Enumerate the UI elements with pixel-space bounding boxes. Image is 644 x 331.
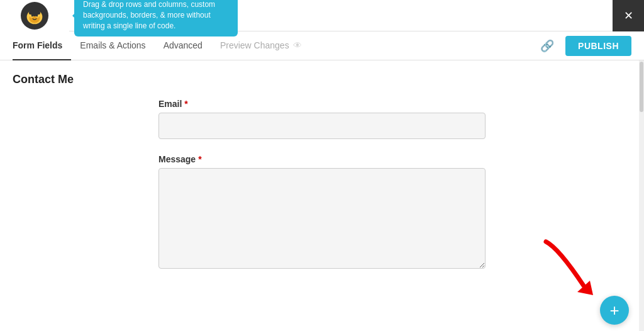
tooltip-bubble: Drag & drop rows and columns, custom bac…: [74, 0, 238, 36]
svg-point-7: [29, 11, 32, 14]
link-icon: 🔗: [540, 40, 554, 52]
plus-icon: +: [609, 301, 619, 320]
form-area: Email * Message *: [158, 99, 486, 271]
svg-point-8: [37, 11, 40, 14]
message-label: Message *: [158, 154, 486, 164]
main-content: Contact Me Email * Message * +: [0, 60, 644, 331]
email-required-marker: *: [184, 99, 187, 109]
link-icon-button[interactable]: 🔗: [534, 35, 560, 57]
email-label: Email *: [158, 99, 486, 109]
eye-icon: 👁: [293, 40, 302, 50]
scrollbar-track[interactable]: [639, 60, 644, 331]
add-button[interactable]: +: [600, 296, 629, 325]
page-title: Contact Me: [13, 73, 631, 86]
logo: [21, 2, 48, 30]
svg-point-6: [30, 5, 39, 16]
message-field-group: Message *: [158, 154, 486, 271]
email-field-group: Email *: [158, 99, 486, 139]
tab-advanced-label: Advanced: [164, 40, 203, 50]
add-button-area: +: [600, 296, 629, 325]
message-textarea[interactable]: [158, 168, 486, 269]
tab-form-fields-label: Form Fields: [13, 40, 62, 50]
logo-area: [0, 0, 69, 31]
scrollbar-thumb: [640, 62, 643, 112]
close-button[interactable]: ✕: [613, 0, 644, 31]
publish-button[interactable]: PUBLISH: [565, 36, 631, 56]
message-required-marker: *: [198, 154, 201, 164]
tab-emails-actions-label: Emails & Actions: [80, 40, 145, 50]
tab-preview-changes-label: Preview Changes: [220, 40, 289, 50]
close-icon: ✕: [624, 9, 633, 23]
header: Drag & drop rows and columns, custom bac…: [0, 0, 644, 31]
tab-form-fields[interactable]: Form Fields: [13, 31, 71, 60]
email-input[interactable]: [158, 113, 486, 139]
publish-label: PUBLISH: [578, 41, 619, 51]
tooltip-text: Drag & drop rows and columns, custom bac…: [83, 0, 215, 30]
red-arrow: [540, 235, 609, 298]
